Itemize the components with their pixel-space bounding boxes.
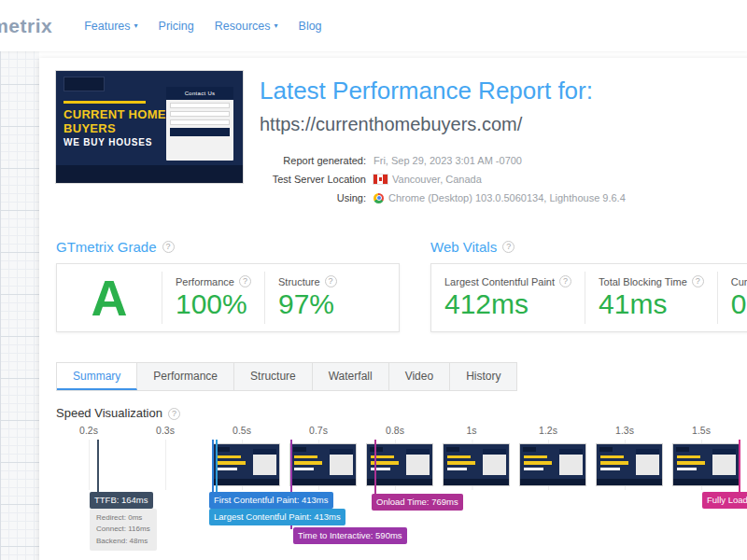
time-label: 1s — [466, 425, 476, 436]
tab-structure[interactable]: Structure — [234, 363, 313, 390]
time-label: 1.2s — [539, 425, 557, 436]
thumbnail-contact-form: Contact Us — [166, 87, 233, 161]
web-vitals-title-text: Web Vitals — [430, 239, 497, 255]
nav-item-blog[interactable]: Blog — [299, 20, 322, 33]
report-card: CURRENT HOME BUYERS WE BUY HOUSES Contac… — [39, 58, 747, 560]
thumbnail-tagline-bar — [63, 101, 146, 104]
tbt-metric: Total Blocking Time ? 41ms — [585, 275, 717, 320]
time-label: 0.7s — [309, 425, 328, 436]
thumbnail-form-button — [170, 128, 230, 136]
filmstrip-frame-image — [289, 443, 357, 486]
thumbnail-heading-line: WE BUY HOUSES — [63, 137, 166, 148]
grade-letter: A — [57, 269, 162, 327]
help-icon[interactable]: ? — [162, 241, 175, 253]
metric-label: Total Blocking Time ? — [599, 275, 704, 287]
grade-section-title-text: GTmetrix Grade — [56, 239, 157, 255]
time-label: 0.3s — [156, 425, 175, 436]
structure-value: 97% — [278, 288, 337, 320]
help-icon[interactable]: ? — [692, 275, 704, 287]
help-icon[interactable]: ? — [559, 275, 571, 287]
tab-performance[interactable]: Performance — [137, 363, 234, 390]
metric-label-text: Total Blocking Time — [599, 276, 687, 287]
report-info: Latest Performance Report for: https://c… — [260, 71, 626, 207]
filmstrip-frame — [213, 443, 280, 486]
meta-value: Chrome (Desktop) 103.0.5060134, Lighthou… — [374, 189, 626, 207]
fully-loaded-badge: Fully Loaded — [702, 492, 747, 509]
speed-timeline: 0.2s 0.3s 0.5s 0.7s 0.8s 1s 1.2s 1.3s 1.… — [56, 425, 747, 555]
gtmetrix-grade-section: GTmetrix Grade ? A Performance ? 100% St… — [56, 239, 414, 332]
filmstrip-frame — [596, 443, 663, 486]
top-nav: GTmetrix Features ▾ Pricing Resources ▾ … — [0, 0, 747, 51]
meta-value: Vancouver, Canada — [374, 170, 482, 189]
canada-flag-icon — [374, 175, 388, 184]
report-url: https://currenthomebuyers.com/ — [260, 114, 626, 135]
web-vitals-section: Web Vitals ? Largest Contentful Paint ? … — [430, 239, 747, 332]
fcp-badge: First Contentful Paint: 413ms — [209, 492, 333, 509]
lcp-value: 412ms — [444, 288, 571, 320]
lcp-badge: Largest Contentful Paint: 413ms — [209, 509, 345, 525]
report-meta-row: Report generated: Fri, Sep 29, 2023 3:01… — [260, 151, 626, 170]
performance-metric: Performance ? 100% — [162, 275, 264, 320]
thumbnail-form-field — [170, 119, 230, 125]
report-header: CURRENT HOME BUYERS WE BUY HOUSES Contac… — [39, 58, 747, 207]
performance-value: 100% — [176, 288, 251, 320]
tbt-value: 41ms — [599, 288, 704, 320]
nav-item-label: Pricing — [159, 20, 194, 33]
metric-label-text: Performance — [176, 276, 234, 287]
time-label: 1.3s — [615, 425, 634, 436]
web-vitals-card: Largest Contentful Paint ? 412ms Total B… — [430, 263, 747, 332]
nav-item-features[interactable]: Features ▾ — [84, 20, 137, 33]
nav-item-pricing[interactable]: Pricing — [159, 20, 194, 33]
structure-metric: Structure ? 97% — [265, 275, 350, 320]
metric-label-text: Largest Contentful Paint — [444, 276, 555, 287]
cls-metric: Cumulative Layout Shift ? 0 — [718, 275, 747, 320]
ttfb-marker-line — [97, 440, 99, 492]
thumbnail-form-field — [170, 103, 230, 108]
ttfb-breakdown-tooltip: Redirect: 0ms Connect: 116ms Backend: 48… — [90, 509, 157, 551]
tti-badge: Time to Interactive: 590ms — [293, 527, 407, 544]
time-label: 0.8s — [386, 425, 404, 436]
metric-label-text: Structure — [278, 276, 320, 287]
help-icon[interactable]: ? — [502, 241, 514, 253]
onload-badge: Onload Time: 769ms — [372, 494, 463, 511]
nav-item-resources[interactable]: Resources ▾ — [215, 20, 278, 33]
ttfb-badge: TTFB: 164ms — [90, 492, 153, 509]
help-icon[interactable]: ? — [168, 408, 180, 420]
filmstrip-frame — [289, 443, 357, 486]
time-label: 0.5s — [233, 425, 251, 436]
metric-label: Structure ? — [278, 275, 337, 287]
help-icon[interactable]: ? — [239, 275, 251, 287]
help-icon[interactable]: ? — [325, 275, 337, 287]
nav-links: Features ▾ Pricing Resources ▾ Blog — [84, 20, 321, 33]
filmstrip-frame-image — [596, 443, 663, 486]
gtmetrix-logo[interactable]: GTmetrix — [0, 15, 52, 37]
report-meta-row: Using: Chrome (Desktop) 103.0.5060134, L… — [260, 189, 626, 207]
site-screenshot-thumbnail: CURRENT HOME BUYERS WE BUY HOUSES Contac… — [56, 71, 243, 183]
grade-section-title: GTmetrix Grade ? — [56, 239, 414, 255]
speed-visualization-title-text: Speed Visualization — [56, 406, 162, 421]
page-title: Latest Performance Report for: — [260, 77, 626, 105]
cls-value: 0 — [731, 288, 747, 320]
speed-visualization-title: Speed Visualization ? — [56, 406, 747, 421]
metric-label: Performance ? — [176, 275, 251, 287]
meta-label: Using: — [260, 189, 366, 207]
fully-loaded-marker-line — [739, 440, 740, 494]
tab-waterfall[interactable]: Waterfall — [313, 363, 389, 390]
meta-label: Test Server Location — [260, 170, 366, 189]
filmstrip-frame — [519, 443, 586, 486]
speed-visualization-section: Speed Visualization ? 0.2s 0.3s 0.5s 0.7… — [56, 406, 747, 555]
thumbnail-heading-line: BUYERS — [63, 122, 166, 136]
tab-history[interactable]: History — [450, 363, 516, 390]
tab-video[interactable]: Video — [389, 363, 450, 390]
nav-item-label: Blog — [299, 20, 322, 33]
nav-item-label: Features — [84, 20, 130, 33]
browser-value: Chrome (Desktop) 103.0.5060134, Lighthou… — [388, 189, 626, 207]
meta-value: Fri, Sep 29, 2023 3:01 AM -0700 — [374, 151, 522, 170]
tab-summary[interactable]: Summary — [57, 363, 137, 390]
nav-item-label: Resources — [215, 20, 271, 33]
metric-label-text: Cumulative Layout Shift — [731, 276, 747, 287]
scores-section: GTmetrix Grade ? A Performance ? 100% St… — [39, 239, 747, 332]
fcp-marker-line — [212, 440, 214, 494]
web-vitals-title: Web Vitals ? — [430, 239, 747, 255]
report-tabs: Summary Performance Structure Waterfall … — [56, 362, 517, 391]
